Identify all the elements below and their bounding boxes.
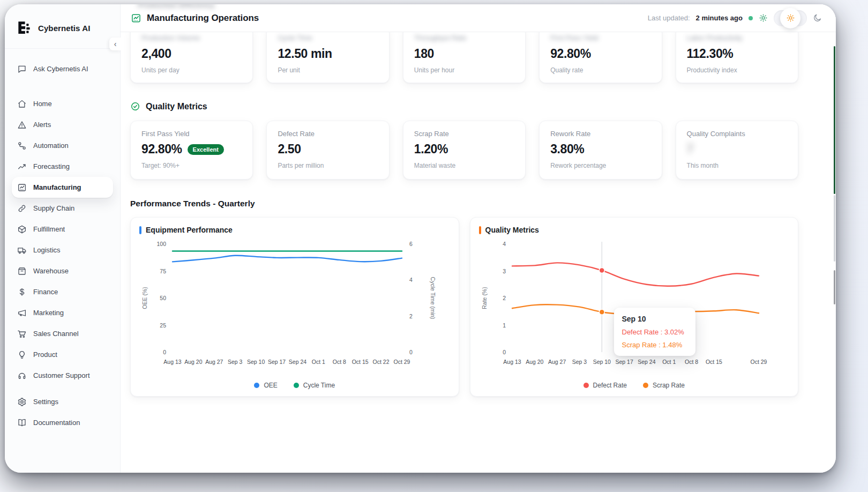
kpi-card-1: Cycle Time12.50 minPer unit [266, 27, 389, 83]
kpi-sublabel: Productivity index [687, 66, 787, 74]
svg-text:Sep 17: Sep 17 [268, 359, 286, 365]
cart-icon [17, 329, 27, 339]
defect-rate-line [512, 263, 759, 286]
svg-text:Aug 27: Aug 27 [548, 359, 565, 365]
kpi-title: Cycle Time [278, 34, 378, 42]
svg-text:Sep 10: Sep 10 [247, 359, 265, 365]
sidebar-item-settings[interactable]: Settings [12, 391, 113, 412]
app-window: Cybernetis AI ‹ Ask Cybernetis AIHomeAle… [5, 4, 836, 473]
kpi-value: 2,400 [141, 47, 242, 61]
factory-chart-icon [131, 13, 141, 24]
svg-text:25: 25 [160, 322, 166, 329]
chart-title: Equipment Performance [146, 226, 233, 234]
svg-text:Oct 1: Oct 1 [662, 359, 676, 365]
sidebar-item-manufacturing[interactable]: Manufacturing [12, 177, 113, 198]
theme-toggle[interactable] [774, 10, 807, 26]
legend-label: Scrap Rate [653, 382, 685, 389]
status-badge: Excellent [188, 144, 224, 155]
kpi-title: Throughput Rate [414, 34, 514, 42]
legend-dot [294, 383, 299, 388]
chart-tooltip: Sep 10 Defect Rate : 3.02% Scrap Rate : … [614, 308, 695, 356]
main-panel: Production Efficiency Manufacturing Oper… [121, 4, 836, 473]
sidebar-item-supply-chain[interactable]: Supply Chain [12, 198, 113, 219]
svg-text:Oct 29: Oct 29 [394, 359, 410, 365]
sidebar-item-home[interactable]: Home [12, 93, 113, 114]
sidebar-item-ask-cybernetis-ai[interactable]: Ask Cybernetis AI [12, 58, 113, 79]
kpi-sublabel: Units per hour [414, 66, 514, 74]
sidebar-item-sales-channel[interactable]: Sales Channel [12, 323, 113, 344]
megaphone-icon [17, 308, 27, 318]
sidebar-item-label: Settings [33, 398, 58, 406]
oee-line [173, 256, 402, 262]
legend-label: Cycle Time [303, 382, 335, 389]
sidebar-item-automation[interactable]: Automation [12, 135, 113, 156]
sidebar-item-forecasting[interactable]: Forecasting [12, 156, 113, 177]
sidebar: Cybernetis AI ‹ Ask Cybernetis AIHomeAle… [5, 4, 121, 473]
dark-mode-moon-icon[interactable] [813, 13, 822, 23]
link-icon [17, 204, 27, 213]
svg-text:Cycle Time (min): Cycle Time (min) [430, 277, 436, 319]
alert-icon [17, 120, 27, 130]
sidebar-item-marketing[interactable]: Marketing [12, 302, 113, 323]
equipment-performance-chart: 02550751000246Aug 13Aug 20Aug 27Sep 3Sep… [139, 236, 450, 379]
warehouse-icon [17, 266, 27, 276]
kpi-value: 92.80% [550, 47, 650, 61]
scrollbar-track-shadow [834, 270, 835, 304]
sidebar-item-customer-support[interactable]: Customer Support [12, 365, 113, 386]
svg-text:1: 1 [503, 322, 506, 329]
kpi-value: 180 [414, 47, 514, 61]
svg-text:Sep 3: Sep 3 [228, 359, 243, 365]
bulb-icon [17, 350, 27, 360]
quality-card-2: Scrap Rate1.20%Material waste [403, 121, 526, 180]
brand-row: Cybernetis AI [5, 15, 120, 41]
chart-legend: Defect RateScrap Rate [479, 380, 790, 391]
sidebar-item-fulfillment[interactable]: Fulfillment [12, 219, 113, 240]
theme-toggle-thumb[interactable] [780, 8, 800, 28]
sidebar-item-label: Alerts [33, 121, 51, 129]
svg-text:4: 4 [503, 241, 506, 247]
svg-text:Sep 3: Sep 3 [572, 359, 587, 365]
gear-icon [17, 397, 27, 407]
svg-text:Oct 8: Oct 8 [684, 359, 698, 365]
sidebar-item-alerts[interactable]: Alerts [12, 114, 113, 135]
sidebar-item-label: Marketing [33, 309, 64, 317]
sidebar-item-warehouse[interactable]: Warehouse [12, 260, 113, 281]
sidebar-item-label: Home [33, 100, 52, 108]
last-updated-label: Last updated: [648, 14, 690, 22]
sidebar-collapse-button[interactable]: ‹ [109, 38, 121, 50]
quality-card-sublabel: Rework percentage [550, 162, 650, 169]
blurred-overline: Production Efficiency [138, 4, 215, 9]
svg-text:0: 0 [503, 349, 506, 355]
svg-text:Oct 22: Oct 22 [373, 359, 390, 365]
sidebar-item-label: Product [33, 351, 57, 359]
sidebar-item-documentation[interactable]: Documentation [12, 412, 113, 433]
chart-accent-bar [479, 226, 481, 234]
quality-card-title: Quality Complaints [687, 130, 787, 138]
package-icon [17, 225, 27, 234]
chart-canvas: 02550751000246Aug 13Aug 20Aug 27Sep 3Sep… [139, 236, 437, 379]
sun-status-icon [759, 13, 768, 23]
sidebar-item-logistics[interactable]: Logistics [12, 240, 113, 260]
dollar-icon [17, 287, 27, 297]
kpi-title: Labor Productivity [687, 34, 787, 42]
quality-card-row: First Pass Yield92.80%ExcellentTarget: 9… [130, 121, 798, 180]
light-mode-sun-icon [786, 13, 795, 23]
cybernetis-logo-icon [16, 19, 33, 36]
quality-card-sublabel: Target: 90%+ [141, 162, 242, 169]
sidebar-item-product[interactable]: Product [12, 344, 113, 365]
quality-card-1: Defect Rate2.50Parts per million [266, 121, 389, 180]
legend-item-scrap-rate: Scrap Rate [643, 382, 685, 389]
kpi-title: First Pass Yield [550, 34, 650, 42]
sidebar-item-label: Customer Support [33, 371, 90, 379]
status-dot [749, 16, 753, 20]
svg-text:Oct 15: Oct 15 [352, 359, 369, 365]
svg-text:4: 4 [409, 277, 413, 283]
desktop-backdrop: Cybernetis AI ‹ Ask Cybernetis AIHomeAle… [0, 0, 868, 492]
sidebar-item-finance[interactable]: Finance [12, 281, 113, 302]
chart-accent-bar [139, 226, 141, 234]
svg-text:Oct 15: Oct 15 [705, 359, 722, 365]
quality-card-3: Rework Rate3.80%Rework percentage [539, 121, 662, 180]
legend-item-cycle-time: Cycle Time [294, 382, 335, 389]
scrollbar-thumb[interactable] [834, 46, 835, 194]
legend-dot [643, 383, 648, 388]
